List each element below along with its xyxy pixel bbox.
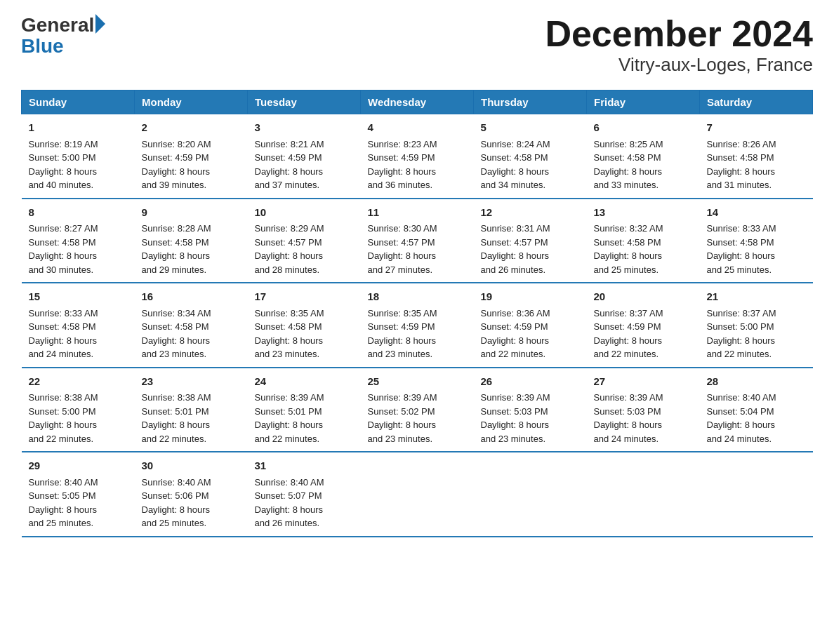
calendar-cell: 1Sunrise: 8:19 AMSunset: 5:00 PMDaylight…	[22, 114, 135, 199]
calendar-cell	[474, 452, 587, 537]
day-number: 28	[707, 374, 806, 390]
day-info: Sunrise: 8:37 AMSunset: 4:59 PMDaylight:…	[594, 307, 693, 361]
logo-general: General	[21, 15, 94, 35]
calendar-cell: 26Sunrise: 8:39 AMSunset: 5:03 PMDayligh…	[474, 368, 587, 452]
calendar-cell: 7Sunrise: 8:26 AMSunset: 4:58 PMDaylight…	[700, 114, 813, 199]
header-friday: Friday	[587, 90, 700, 114]
day-info: Sunrise: 8:30 AMSunset: 4:57 PMDaylight:…	[368, 222, 467, 276]
day-number: 22	[29, 374, 128, 390]
calendar-cell: 4Sunrise: 8:23 AMSunset: 4:59 PMDaylight…	[361, 114, 474, 199]
day-number: 1	[29, 120, 128, 136]
header-tuesday: Tuesday	[248, 90, 361, 114]
calendar-cell: 12Sunrise: 8:31 AMSunset: 4:57 PMDayligh…	[474, 199, 587, 283]
title-block: December 2024 Vitry-aux-Loges, France	[545, 14, 813, 76]
day-number: 15	[29, 289, 128, 305]
day-number: 31	[255, 458, 354, 474]
day-info: Sunrise: 8:39 AMSunset: 5:03 PMDaylight:…	[594, 391, 693, 445]
day-info: Sunrise: 8:35 AMSunset: 4:59 PMDaylight:…	[368, 307, 467, 361]
day-info: Sunrise: 8:37 AMSunset: 5:00 PMDaylight:…	[707, 307, 806, 361]
day-info: Sunrise: 8:19 AMSunset: 5:00 PMDaylight:…	[29, 137, 128, 192]
calendar-cell: 25Sunrise: 8:39 AMSunset: 5:02 PMDayligh…	[361, 368, 474, 452]
day-number: 13	[594, 205, 693, 221]
day-number: 21	[707, 289, 806, 305]
calendar-cell: 30Sunrise: 8:40 AMSunset: 5:06 PMDayligh…	[135, 452, 248, 537]
day-number: 10	[255, 205, 354, 221]
calendar-subtitle: Vitry-aux-Loges, France	[545, 54, 813, 76]
day-info: Sunrise: 8:35 AMSunset: 4:58 PMDaylight:…	[255, 307, 354, 361]
calendar-week-row: 1Sunrise: 8:19 AMSunset: 5:00 PMDaylight…	[22, 114, 813, 199]
day-info: Sunrise: 8:28 AMSunset: 4:58 PMDaylight:…	[142, 222, 241, 276]
day-info: Sunrise: 8:33 AMSunset: 4:58 PMDaylight:…	[707, 222, 806, 276]
day-info: Sunrise: 8:31 AMSunset: 4:57 PMDaylight:…	[481, 222, 580, 276]
calendar-cell: 10Sunrise: 8:29 AMSunset: 4:57 PMDayligh…	[248, 199, 361, 283]
day-number: 17	[255, 289, 354, 305]
day-info: Sunrise: 8:32 AMSunset: 4:58 PMDaylight:…	[594, 222, 693, 276]
calendar-cell: 21Sunrise: 8:37 AMSunset: 5:00 PMDayligh…	[700, 283, 813, 368]
calendar-cell	[361, 452, 474, 537]
day-info: Sunrise: 8:23 AMSunset: 4:59 PMDaylight:…	[368, 137, 467, 192]
day-info: Sunrise: 8:29 AMSunset: 4:57 PMDaylight:…	[255, 222, 354, 276]
calendar-cell: 9Sunrise: 8:28 AMSunset: 4:58 PMDaylight…	[135, 199, 248, 283]
day-number: 5	[481, 120, 580, 136]
calendar-cell: 29Sunrise: 8:40 AMSunset: 5:05 PMDayligh…	[22, 452, 135, 537]
calendar-week-row: 22Sunrise: 8:38 AMSunset: 5:00 PMDayligh…	[22, 368, 813, 452]
logo-triangle-icon	[95, 14, 105, 34]
day-number: 29	[29, 458, 128, 474]
day-number: 7	[707, 120, 806, 136]
calendar-cell	[587, 452, 700, 537]
day-number: 6	[594, 120, 693, 136]
day-number: 4	[368, 120, 467, 136]
calendar-cell: 19Sunrise: 8:36 AMSunset: 4:59 PMDayligh…	[474, 283, 587, 368]
calendar-cell	[700, 452, 813, 537]
day-info: Sunrise: 8:26 AMSunset: 4:58 PMDaylight:…	[707, 137, 806, 192]
calendar-cell: 8Sunrise: 8:27 AMSunset: 4:58 PMDaylight…	[22, 199, 135, 283]
header-wednesday: Wednesday	[361, 90, 474, 114]
calendar-title: December 2024	[545, 14, 813, 54]
day-info: Sunrise: 8:40 AMSunset: 5:05 PMDaylight:…	[29, 476, 128, 530]
calendar-cell: 13Sunrise: 8:32 AMSunset: 4:58 PMDayligh…	[587, 199, 700, 283]
calendar-cell: 15Sunrise: 8:33 AMSunset: 4:58 PMDayligh…	[22, 283, 135, 368]
day-number: 3	[255, 120, 354, 136]
page-header: General Blue December 2024 Vitry-aux-Log…	[21, 14, 813, 76]
day-info: Sunrise: 8:36 AMSunset: 4:59 PMDaylight:…	[481, 307, 580, 361]
calendar-cell: 16Sunrise: 8:34 AMSunset: 4:58 PMDayligh…	[135, 283, 248, 368]
calendar-cell: 18Sunrise: 8:35 AMSunset: 4:59 PMDayligh…	[361, 283, 474, 368]
day-info: Sunrise: 8:38 AMSunset: 5:01 PMDaylight:…	[142, 391, 241, 445]
day-number: 9	[142, 205, 241, 221]
calendar-cell: 5Sunrise: 8:24 AMSunset: 4:58 PMDaylight…	[474, 114, 587, 199]
day-info: Sunrise: 8:33 AMSunset: 4:58 PMDaylight:…	[29, 307, 128, 361]
day-info: Sunrise: 8:25 AMSunset: 4:58 PMDaylight:…	[594, 137, 693, 192]
day-number: 14	[707, 205, 806, 221]
day-number: 20	[594, 289, 693, 305]
calendar-header-row: SundayMondayTuesdayWednesdayThursdayFrid…	[22, 90, 813, 114]
calendar-cell: 31Sunrise: 8:40 AMSunset: 5:07 PMDayligh…	[248, 452, 361, 537]
day-number: 30	[142, 458, 241, 474]
calendar-cell: 14Sunrise: 8:33 AMSunset: 4:58 PMDayligh…	[700, 199, 813, 283]
day-info: Sunrise: 8:20 AMSunset: 4:59 PMDaylight:…	[142, 137, 241, 192]
calendar-cell: 20Sunrise: 8:37 AMSunset: 4:59 PMDayligh…	[587, 283, 700, 368]
calendar-cell: 28Sunrise: 8:40 AMSunset: 5:04 PMDayligh…	[700, 368, 813, 452]
day-info: Sunrise: 8:39 AMSunset: 5:02 PMDaylight:…	[368, 391, 467, 445]
calendar-cell: 6Sunrise: 8:25 AMSunset: 4:58 PMDaylight…	[587, 114, 700, 199]
calendar-cell: 22Sunrise: 8:38 AMSunset: 5:00 PMDayligh…	[22, 368, 135, 452]
calendar-cell: 27Sunrise: 8:39 AMSunset: 5:03 PMDayligh…	[587, 368, 700, 452]
day-number: 23	[142, 374, 241, 390]
day-number: 18	[368, 289, 467, 305]
logo: General Blue	[21, 14, 105, 56]
day-number: 8	[29, 205, 128, 221]
day-number: 27	[594, 374, 693, 390]
calendar-cell: 24Sunrise: 8:39 AMSunset: 5:01 PMDayligh…	[248, 368, 361, 452]
day-number: 19	[481, 289, 580, 305]
header-sunday: Sunday	[22, 90, 135, 114]
logo-blue: Blue	[21, 36, 64, 56]
day-number: 25	[368, 374, 467, 390]
day-number: 24	[255, 374, 354, 390]
calendar-week-row: 29Sunrise: 8:40 AMSunset: 5:05 PMDayligh…	[22, 452, 813, 537]
day-info: Sunrise: 8:40 AMSunset: 5:07 PMDaylight:…	[255, 476, 354, 530]
calendar-cell: 11Sunrise: 8:30 AMSunset: 4:57 PMDayligh…	[361, 199, 474, 283]
day-info: Sunrise: 8:34 AMSunset: 4:58 PMDaylight:…	[142, 307, 241, 361]
day-number: 26	[481, 374, 580, 390]
day-info: Sunrise: 8:40 AMSunset: 5:04 PMDaylight:…	[707, 391, 806, 445]
calendar-cell: 2Sunrise: 8:20 AMSunset: 4:59 PMDaylight…	[135, 114, 248, 199]
day-info: Sunrise: 8:24 AMSunset: 4:58 PMDaylight:…	[481, 137, 580, 192]
